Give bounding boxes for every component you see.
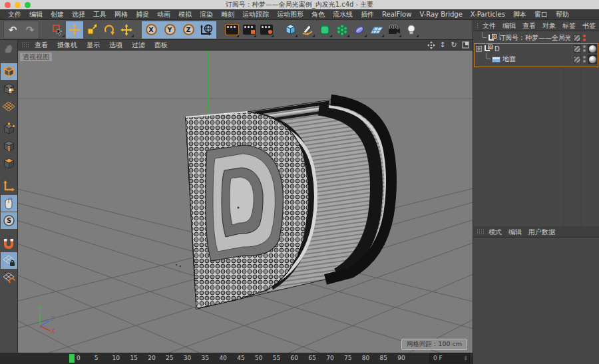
edges-mode-button[interactable] <box>1 138 17 154</box>
visibility-dots-icon[interactable] <box>583 56 586 63</box>
menu-item[interactable]: 选择 <box>68 9 89 20</box>
menu-item[interactable]: 脚本 <box>509 9 530 20</box>
timeline[interactable]: 051015202530354045505560657075808590 0 F… <box>0 353 473 364</box>
menu-item[interactable]: 编辑 <box>25 9 47 20</box>
render-settings-button[interactable] <box>258 21 275 39</box>
snap-settings-button[interactable]: S <box>1 212 17 229</box>
add-field-button[interactable] <box>351 21 368 39</box>
viewport-menu-item[interactable]: 过滤 <box>127 40 150 51</box>
add-environment-button[interactable] <box>368 21 385 39</box>
object-manager-menu-item[interactable]: 书签 <box>579 20 599 31</box>
current-frame-field[interactable]: 0 F ⇕ <box>429 353 470 363</box>
expand-icon[interactable]: + <box>476 46 482 52</box>
layer-toggle-icon[interactable] <box>574 56 581 63</box>
viewport-rotate-icon[interactable]: ↻ <box>449 41 459 50</box>
move-tool-button[interactable] <box>66 21 83 39</box>
enable-snap-button[interactable] <box>1 235 17 252</box>
visibility-dots-icon[interactable] <box>583 35 586 41</box>
render-view-button[interactable] <box>223 21 240 39</box>
render-to-picture-viewer-button[interactable] <box>240 21 258 39</box>
add-light-button[interactable] <box>403 21 420 39</box>
last-tool-button[interactable] <box>118 21 135 39</box>
frame-stepper-icon[interactable]: ⇕ <box>463 355 468 362</box>
panel-grip-icon[interactable] <box>21 42 29 48</box>
model-mode-button[interactable] <box>1 63 17 80</box>
viewport-menu-item[interactable]: 面板 <box>150 40 172 51</box>
add-primitive-button[interactable] <box>282 21 299 39</box>
menu-item[interactable]: 窗口 <box>530 9 552 20</box>
add-spline-button[interactable] <box>299 21 316 39</box>
layer-toggle-icon[interactable] <box>574 35 581 42</box>
menu-item[interactable]: 运动跟踪 <box>238 9 273 20</box>
viewport-solo-button[interactable] <box>1 195 17 212</box>
object-row-null[interactable]: 0 订阅号：种梦——全局光案例 <box>473 33 599 43</box>
viewport-menu-item[interactable]: 显示 <box>82 40 104 51</box>
attribute-manager-menu-item[interactable]: 编辑 <box>505 226 525 238</box>
menu-item[interactable]: 网格 <box>110 9 132 20</box>
object-manager-menu-item[interactable]: 文件 <box>479 20 499 31</box>
enable-axis-button[interactable] <box>1 178 17 194</box>
menu-item[interactable]: 动画 <box>153 9 174 20</box>
panel-grip-icon[interactable] <box>477 23 478 29</box>
menu-item[interactable]: 模拟 <box>174 9 196 20</box>
timeline-ruler[interactable]: 051015202530354045505560657075808590 <box>77 353 415 364</box>
viewport-menu-item[interactable]: 摄像机 <box>53 40 82 51</box>
current-frame-marker[interactable] <box>69 354 75 363</box>
menu-item[interactable]: 插件 <box>357 9 378 20</box>
menu-item[interactable]: RealFlow <box>378 9 415 20</box>
coordinate-system-button[interactable] <box>198 21 216 39</box>
menu-item[interactable]: 流水线 <box>329 9 357 20</box>
menu-item[interactable]: 工具 <box>89 9 110 20</box>
redo-button[interactable]: ↷ <box>21 21 39 39</box>
object-name[interactable]: D <box>495 45 500 53</box>
menu-item[interactable]: 创建 <box>47 9 68 20</box>
lock-workplane-button[interactable] <box>1 252 17 269</box>
polygons-mode-button[interactable] <box>1 155 17 172</box>
x-axis-lock-button[interactable]: X <box>142 21 160 39</box>
scale-tool-button[interactable] <box>83 21 100 39</box>
menu-item[interactable]: 捕捉 <box>132 9 153 20</box>
undo-button[interactable]: ↶ <box>4 21 21 39</box>
object-name[interactable]: 地面 <box>502 55 516 64</box>
panel-grip-icon[interactable] <box>477 229 484 235</box>
points-mode-button[interactable] <box>1 120 17 137</box>
rotate-tool-button[interactable] <box>100 21 118 39</box>
object-manager-menu-item[interactable]: 对象 <box>539 20 559 31</box>
object-manager-menu-item[interactable]: 标签 <box>559 20 579 31</box>
object-manager-menu-item[interactable]: 查看 <box>519 20 539 31</box>
visibility-dots-icon[interactable] <box>583 45 586 52</box>
object-name[interactable]: 订阅号：种梦——全局光案例 <box>499 33 570 43</box>
material-tag-icon[interactable] <box>588 44 597 53</box>
object-row-floor[interactable]: 地面 <box>473 54 599 65</box>
attribute-manager-menu-item[interactable]: 用户数据 <box>525 226 558 238</box>
letter-d-model[interactable] <box>186 100 391 309</box>
viewport[interactable]: 查看摄像机显示选项过滤面板 ↕ ↻ <box>18 40 473 353</box>
menu-item[interactable]: 雕刻 <box>217 9 238 20</box>
menu-item[interactable]: 角色 <box>307 9 329 20</box>
add-deformer-button[interactable] <box>333 21 351 39</box>
texture-mode-button[interactable] <box>1 81 17 97</box>
add-camera-button[interactable] <box>385 21 403 39</box>
viewport-zoom-icon[interactable]: ↕ <box>438 41 447 50</box>
viewport-menu-item[interactable]: 选项 <box>104 40 127 51</box>
viewport-menu-item[interactable]: 查看 <box>30 40 53 51</box>
menu-item[interactable]: X-Particles <box>467 9 509 20</box>
viewport-pan-icon[interactable] <box>427 41 436 50</box>
add-subdivision-surface-button[interactable] <box>316 21 333 39</box>
menu-item[interactable]: 文件 <box>4 9 25 20</box>
sculpt-mode-button[interactable] <box>1 41 17 57</box>
attribute-manager-menu-item[interactable]: 模式 <box>485 226 505 238</box>
material-tag-icon[interactable] <box>588 55 597 64</box>
live-selection-button[interactable] <box>49 21 66 39</box>
menu-item[interactable]: V-Ray Bridge <box>415 9 466 20</box>
menu-item[interactable]: 帮助 <box>552 9 573 20</box>
workplane-mode-button[interactable] <box>1 98 17 114</box>
quantize-workplane-button[interactable] <box>1 270 17 286</box>
menu-item[interactable]: 运动图形 <box>273 9 307 20</box>
object-row-d[interactable]: + 0 D <box>473 43 599 54</box>
layer-toggle-icon[interactable] <box>574 45 581 53</box>
viewport-canvas[interactable]: Y Z X <box>18 51 473 353</box>
viewport-maximize-icon[interactable] <box>461 41 470 50</box>
y-axis-lock-button[interactable]: Y <box>160 21 179 39</box>
menu-item[interactable]: 渲染 <box>196 9 217 20</box>
